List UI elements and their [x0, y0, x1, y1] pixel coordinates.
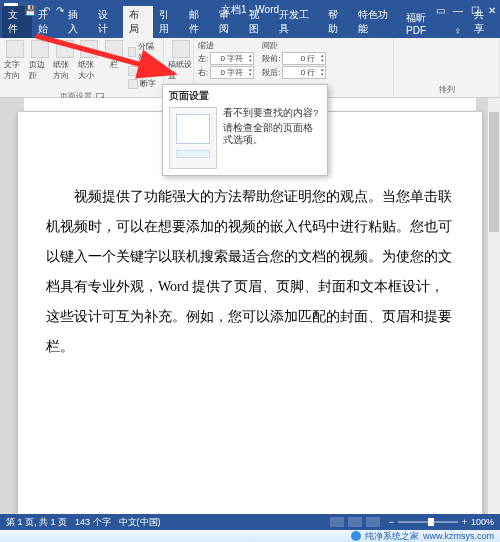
orientation-button[interactable]: 纸张方向	[53, 40, 76, 90]
space-after-field[interactable]: 段后:0 行	[262, 66, 326, 79]
status-bar: 第 1 页, 共 1 页 143 个字 中文(中国) − + 100%	[0, 514, 500, 530]
zoom-slider[interactable]	[398, 521, 458, 523]
tab-layout[interactable]: 布局	[123, 6, 153, 38]
manuscript-icon	[172, 40, 190, 58]
group-arrange: 排列	[394, 38, 500, 97]
view-buttons	[330, 517, 380, 527]
tab-view[interactable]: 视图	[243, 6, 273, 38]
indent-header: 缩进	[198, 40, 254, 51]
group-label-arrange: 排列	[398, 83, 495, 95]
ribbon-tabs: 文件 开始 插入 设计 布局 引用 邮件 审阅 视图 开发工具 帮助 特色功能 …	[0, 20, 500, 38]
tab-foxit[interactable]: 福昕PDF	[400, 9, 448, 38]
group-icon[interactable]	[398, 55, 410, 67]
web-layout-icon[interactable]	[366, 517, 380, 527]
text-direction-icon	[6, 40, 24, 58]
share-button[interactable]: 共享	[468, 6, 498, 38]
status-page[interactable]: 第 1 页, 共 1 页	[6, 516, 67, 529]
rotate-icon[interactable]	[413, 55, 425, 67]
bring-forward-icon[interactable]	[428, 40, 440, 52]
document-body-text: 视频提供了功能强大的方法帮助您证明您的观点。当您单击联机视频时，可以在想要添加的…	[46, 182, 454, 363]
watermark-bar: 纯净系统之家 www.kzmsys.com	[0, 530, 500, 542]
tab-features[interactable]: 特色功能	[352, 6, 400, 38]
columns-icon	[105, 40, 123, 58]
margins-button[interactable]: 页边距	[29, 40, 52, 90]
align-icon[interactable]	[473, 40, 485, 52]
wrap-icon[interactable]	[413, 40, 425, 52]
line-numbers-icon	[128, 66, 138, 76]
text-direction-button[interactable]: 文字方向	[4, 40, 27, 90]
minimize-icon[interactable]: —	[453, 5, 463, 16]
tab-insert[interactable]: 插入	[62, 6, 92, 38]
zoom-value[interactable]: 100%	[471, 517, 494, 527]
tab-mailings[interactable]: 邮件	[183, 6, 213, 38]
read-mode-icon[interactable]	[330, 517, 344, 527]
status-lang[interactable]: 中文(中国)	[119, 516, 161, 529]
zoom-in-icon[interactable]: +	[462, 517, 467, 527]
tab-help[interactable]: 帮助	[322, 6, 352, 38]
save-icon[interactable]: 💾	[24, 5, 36, 16]
zoom-control[interactable]: − + 100%	[388, 517, 494, 527]
send-backward-icon[interactable]	[443, 40, 455, 52]
manuscript-button[interactable]: 稿纸设置	[168, 40, 194, 81]
watermark-brand: 纯净系统之家	[365, 530, 419, 543]
position-icon[interactable]	[398, 40, 410, 52]
tab-review[interactable]: 审阅	[213, 6, 243, 38]
tab-developer[interactable]: 开发工具	[273, 6, 321, 38]
indent-left-field[interactable]: 左:0 字符	[198, 52, 254, 65]
hyphenation-button[interactable]: 断字	[128, 78, 159, 89]
quick-access-toolbar[interactable]: 💾 ↶ ↷	[24, 5, 64, 16]
zoom-out-icon[interactable]: −	[388, 517, 393, 527]
selection-pane-icon[interactable]	[458, 40, 470, 52]
page-setup-tooltip: 页面设置 看不到要查找的内容? 请检查全部的页面格式选项。	[162, 84, 328, 176]
redo-icon[interactable]: ↷	[56, 5, 64, 16]
tab-design[interactable]: 设计	[92, 6, 122, 38]
breaks-button[interactable]: 分隔符	[128, 41, 159, 63]
undo-icon[interactable]: ↶	[42, 5, 50, 16]
columns-button[interactable]: 栏	[103, 40, 126, 90]
hyphenation-icon	[128, 79, 138, 89]
size-button[interactable]: 纸张大小	[78, 40, 101, 90]
orientation-icon	[56, 40, 74, 58]
spacing-header: 间距	[262, 40, 326, 51]
tooltip-line1: 看不到要查找的内容?	[223, 107, 321, 118]
tooltip-thumbnail	[169, 107, 217, 169]
tell-me[interactable]: ♀	[448, 23, 468, 38]
tab-references[interactable]: 引用	[153, 6, 183, 38]
group-page-setup: 文字方向 页边距 纸张方向 纸张大小 栏 分隔符 行号 断字 页面设置	[0, 38, 164, 97]
tooltip-title: 页面设置	[163, 85, 327, 105]
watermark-url: www.kzmsys.com	[423, 531, 494, 541]
line-numbers-button[interactable]: 行号	[128, 65, 159, 76]
status-words[interactable]: 143 个字	[75, 516, 111, 529]
vertical-scrollbar[interactable]	[488, 98, 500, 514]
scrollbar-thumb[interactable]	[489, 112, 499, 232]
size-icon	[80, 40, 98, 58]
tooltip-line2: 请检查全部的页面格式选项。	[223, 122, 321, 145]
space-before-field[interactable]: 段前:0 行	[262, 52, 326, 65]
print-layout-icon[interactable]	[348, 517, 362, 527]
watermark-logo-icon	[351, 531, 361, 541]
breaks-icon	[128, 47, 137, 57]
margins-icon	[31, 40, 49, 58]
indent-right-field[interactable]: 右:0 字符	[198, 66, 254, 79]
